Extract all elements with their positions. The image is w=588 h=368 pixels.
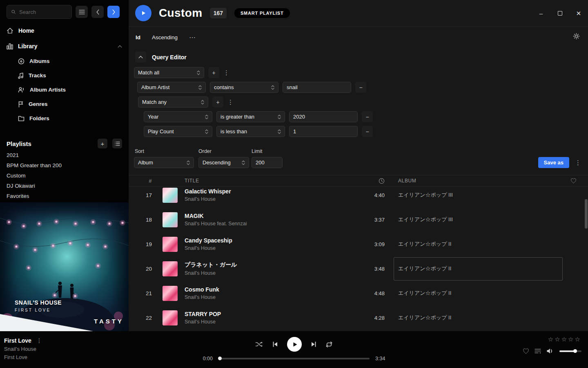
save-as-button[interactable]: Save as [538,157,569,168]
now-playing-menu-icon[interactable]: ⋮ [36,337,42,344]
column-favorite[interactable] [568,178,579,184]
more-options-icon[interactable]: ⋯ [189,34,196,41]
now-playing-title[interactable]: First Love [4,337,31,344]
search-box[interactable] [7,5,72,19]
track-row[interactable]: 17 Galactic Whisper Snail's House 4:40 エ… [129,186,588,207]
favorite-button[interactable] [523,348,529,354]
maximize-button[interactable] [556,11,564,16]
sort-field-control[interactable]: Id [136,34,140,40]
rule-operator-select[interactable]: is greater than [216,111,285,122]
nav-forward-button[interactable] [107,6,120,18]
list-icon [115,141,120,146]
playlist-item-2021[interactable]: 2021 [0,150,129,160]
group-menu-icon[interactable]: ⋮ [227,99,233,106]
volume-slider[interactable] [559,350,581,352]
track-title: Candy Spaceship [185,237,332,244]
volume-button[interactable] [546,348,554,354]
next-track-button[interactable] [311,341,316,347]
rating-stars[interactable]: ☆☆☆☆☆ [548,336,581,343]
playlist-item-favorites[interactable]: Favorites [0,191,129,201]
elapsed-time: 0:00 [199,356,213,361]
close-button[interactable]: ✕ [575,10,582,17]
collapse-query-editor-button[interactable] [135,52,146,63]
rule-field-select[interactable]: Play Count [144,126,212,137]
match-select[interactable]: Match all [134,67,204,78]
shuffle-button[interactable] [255,341,263,348]
updown-icon [278,114,281,119]
rule-value-input[interactable] [289,126,358,137]
play-pause-button[interactable] [287,337,302,352]
playlist-item-dj-okawari[interactable]: DJ Okawari [0,181,129,191]
seek-bar[interactable] [218,358,370,359]
remove-rule-button[interactable]: − [355,82,366,93]
group-match-value: Match any [142,99,167,105]
remove-rule-button[interactable]: − [362,111,373,122]
playlist-item-custom[interactable]: Custom [0,171,129,181]
add-group-rule-button[interactable]: + [212,96,223,108]
sidebar-item-album-artists[interactable]: Album Artists [0,83,129,97]
search-input[interactable] [19,9,67,15]
rule-field-select[interactable]: Album Artist [137,82,206,93]
volume-handle[interactable] [573,349,577,353]
scrollbar-thumb[interactable] [585,199,588,229]
column-title[interactable]: TITLE [185,178,336,184]
cover-brand-logo: TASTY [94,318,124,325]
sort-select[interactable]: Album [134,157,194,168]
sidebar-item-home[interactable]: Home [0,23,129,38]
track-number: 21 [129,290,152,296]
track-row[interactable]: 18 MAGIK Snail's House feat. Sennzai 3:3… [129,207,588,232]
menu-button[interactable] [76,6,88,18]
queue-button[interactable] [535,348,541,354]
now-playing-artist[interactable]: Snail's House [4,346,42,352]
track-row[interactable]: 19 Candy Spaceship Snail's House 3:09 エイ… [129,232,588,256]
settings-button[interactable] [573,33,580,41]
previous-track-button[interactable] [272,341,278,347]
tracks-label: Tracks [29,72,46,79]
remove-rule-button[interactable]: − [362,126,373,137]
music-note-icon [18,72,24,79]
column-number[interactable]: # [129,178,152,184]
updown-icon [271,85,274,90]
rule-value-input[interactable] [289,111,358,122]
next-icon [311,341,316,347]
nav-back-button[interactable] [91,6,104,18]
save-menu-icon[interactable]: ⋮ [575,157,581,168]
add-playlist-button[interactable]: + [98,139,107,148]
playlist-view-button[interactable] [112,139,122,148]
rule-operator-select[interactable]: is less than [216,126,285,137]
column-duration[interactable] [336,178,385,184]
rule-operator-select[interactable]: contains [210,82,278,93]
rule-field-select[interactable]: Year [144,111,212,122]
limit-input[interactable] [252,157,283,168]
column-album[interactable]: ALBUM [398,178,568,184]
sidebar-item-albums[interactable]: Albums [0,54,129,68]
group-match-select[interactable]: Match any [138,96,208,108]
track-row[interactable]: 20 プラネット・ガール Snail's House 3:48 エイリアン☆ポッ… [129,256,588,281]
query-editor-title: Query Editor [152,54,187,61]
rule-value-input[interactable] [283,82,351,93]
repeat-button[interactable] [325,341,333,348]
rule-group-menu-icon[interactable]: ⋮ [223,69,229,76]
sidebar-item-genres[interactable]: Genres [0,97,129,111]
seek-handle[interactable] [218,357,222,360]
sidebar-item-folders[interactable]: Folders [0,111,129,126]
track-row[interactable]: 22 STARRY POP Snail's House 4:28 エイリアン☆ポ… [129,305,588,330]
play-playlist-button[interactable] [135,5,151,21]
sidebar-item-tracks[interactable]: Tracks [0,68,129,83]
sort-direction-control[interactable]: Ascending [152,34,178,40]
track-duration: 3:48 [336,266,385,272]
sidebar-item-library[interactable]: Library [0,38,129,54]
volume-fill [559,350,575,352]
rule-field-value: Year [148,114,158,120]
playlist-item-bpm[interactable]: BPM Greater than 200 [0,160,129,171]
add-rule-button[interactable]: + [208,67,219,78]
minimize-button[interactable]: – [537,10,545,17]
chevron-up-icon[interactable] [118,45,122,48]
now-playing-album[interactable]: First Love [4,354,42,360]
main-content: Custom 167 SMART PLAYLIST – ✕ Id Ascendi… [129,0,588,331]
order-select[interactable]: Descending [198,157,249,168]
disc-icon [18,58,24,65]
sort-select-value: Album [138,159,153,166]
focused-album-cell[interactable]: エイリアン☆ポップ II [394,257,563,280]
track-row[interactable]: 21 Cosmo Funk Snail's House 4:48 エイリアン☆ポ… [129,281,588,305]
